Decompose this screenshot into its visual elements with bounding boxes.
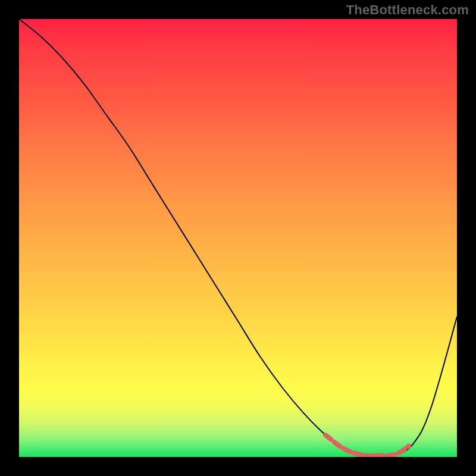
plot-area: [19, 19, 457, 457]
watermark-text: TheBottleneck.com: [346, 2, 469, 18]
bottleneck-curve-line: [19, 19, 457, 456]
optimal-zone-highlight: [325, 435, 409, 456]
chart-frame: TheBottleneck.com: [0, 0, 476, 476]
chart-svg: [19, 19, 457, 457]
